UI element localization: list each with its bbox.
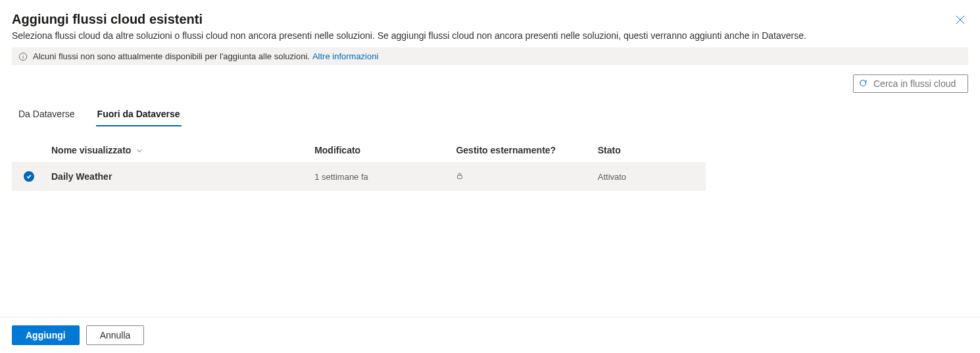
col-header-managed[interactable]: Gestito esternamente? (451, 138, 592, 162)
search-input[interactable] (872, 78, 962, 90)
info-bar: Alcuni flussi non sono attualmente dispo… (12, 47, 968, 65)
svg-rect-7 (458, 175, 462, 178)
col-header-modified[interactable]: Modificato (309, 138, 451, 162)
col-header-name-label: Nome visualizzato (51, 145, 131, 155)
col-header-state[interactable]: Stato (593, 138, 706, 162)
svg-point-4 (22, 54, 23, 55)
tab-da-dataverse[interactable]: Da Dataverse (17, 102, 76, 126)
row-managed (451, 162, 592, 191)
dialog-title: Aggiungi flussi cloud esistenti (12, 12, 203, 27)
table-header-row: Nome visualizzato Modificato Gestito est… (12, 138, 706, 162)
tab-list: Da Dataverse Fuori da Dataverse (12, 102, 968, 126)
close-button[interactable] (952, 12, 968, 28)
check-icon (26, 173, 32, 180)
info-icon (18, 52, 28, 61)
search-box[interactable] (853, 74, 968, 93)
info-bar-text: Alcuni flussi non sono attualmente dispo… (33, 51, 310, 61)
dialog-footer: Aggiungi Annulla (0, 317, 980, 353)
row-modified: 1 settimane fa (309, 162, 451, 191)
svg-point-5 (860, 80, 866, 86)
lock-icon (456, 172, 464, 180)
row-name-cell: Daily Weather (12, 162, 309, 191)
cancel-button[interactable]: Annulla (86, 325, 145, 345)
close-icon (955, 14, 966, 25)
add-button[interactable]: Aggiungi (12, 325, 80, 345)
dialog-subtitle: Seleziona flussi cloud da altre soluzion… (12, 30, 968, 41)
info-bar-link[interactable]: Altre informazioni (312, 51, 378, 61)
col-header-name[interactable]: Nome visualizzato (12, 138, 309, 162)
row-name: Daily Weather (51, 171, 112, 182)
search-icon (859, 79, 868, 88)
flows-table: Nome visualizzato Modificato Gestito est… (12, 138, 706, 191)
row-state: Attivato (593, 162, 706, 191)
chevron-down-icon (136, 148, 143, 154)
tab-fuori-da-dataverse[interactable]: Fuori da Dataverse (96, 102, 182, 126)
table-row[interactable]: Daily Weather 1 settimane fa Attivato (12, 162, 706, 191)
row-selected-checkmark[interactable] (24, 171, 34, 182)
